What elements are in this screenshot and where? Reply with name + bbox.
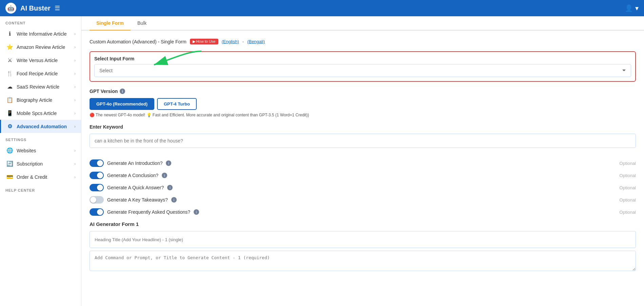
sidebar-item-write-versus[interactable]: ⚔ Write Versus Article › (0, 54, 81, 67)
tab-bulk[interactable]: Bulk (131, 16, 153, 31)
mobile-icon: 📱 (6, 110, 13, 116)
info-icon: ℹ (6, 31, 13, 37)
toggle-faq-info-icon[interactable]: i (194, 209, 199, 215)
toggle-intro[interactable] (90, 159, 104, 167)
toggle-intro-label: Generate An Introduction? (107, 160, 162, 166)
chevron-right-icon: › (74, 148, 76, 153)
page-title: Custom Automation (Advanced) - Single Fo… (90, 39, 187, 44)
sidebar-item-order-credit[interactable]: 💳 Order & Credit › (0, 170, 81, 184)
toggle-key-takeaways-info-icon[interactable]: i (171, 197, 177, 203)
toggle-quick-answer-label: Generate A Quick Answer? (107, 185, 164, 190)
toggle-row-intro: Generate An Introduction? i Optional (90, 159, 636, 167)
lang-separator: - (242, 39, 244, 44)
toggle-faq[interactable] (90, 208, 104, 216)
toggle-row-quick-answer: Generate A Quick Answer? i Optional (90, 184, 636, 191)
cloud-icon: ☁ (6, 83, 13, 90)
gpt-description: 🔴 The newest GPT-4o model! 💡 Fast and Ef… (90, 113, 636, 117)
sidebar-item-label: SaaS Review Article (17, 84, 59, 90)
logo-icon: 🤖 (5, 3, 16, 14)
video-badge[interactable]: ▶ How to Use (190, 39, 218, 44)
main-layout: CONTENT ℹ Write Informative Article › ⭐ … (0, 16, 644, 306)
sidebar-item-label: Food Recipe Article (17, 71, 58, 76)
lang-bengali-link[interactable]: (Bengali) (247, 39, 265, 44)
chevron-right-icon: › (74, 124, 76, 129)
subscription-icon: 🔄 (6, 160, 13, 167)
chevron-right-icon: › (74, 98, 76, 102)
sidebar-item-biography[interactable]: 📋 Biography Article › (0, 93, 81, 107)
gpt-version-info-icon[interactable]: i (120, 89, 125, 94)
toggle-intro-info-icon[interactable]: i (166, 160, 171, 166)
toggle-row-faq: Generate Frequently Asked Questions? i O… (90, 208, 636, 216)
chevron-right-icon: › (74, 71, 76, 76)
gpt4turbo-button[interactable]: GPT-4 Turbo (157, 98, 197, 110)
topnav-right: 👤 ▾ (625, 4, 639, 12)
sidebar-item-label: Write Versus Article (17, 58, 58, 63)
sidebar-item-write-informative[interactable]: ℹ Write Informative Article › (0, 27, 81, 40)
sidebar-item-label: Mobile Spcs Article (17, 111, 57, 116)
gpt4o-button[interactable]: GPT-4o (Recommended) (90, 98, 154, 110)
credit-icon: 💳 (6, 174, 13, 180)
chevron-right-icon: › (74, 58, 76, 63)
chevron-right-icon: › (74, 111, 76, 116)
toggle-conclusion-optional: Optional (620, 173, 636, 178)
sidebar-item-label: Order & Credit (17, 174, 47, 180)
lang-english-link[interactable]: (English) (222, 39, 239, 44)
content-section-label: CONTENT (0, 16, 81, 27)
form-area: Custom Automation (Advanced) - Single Fo… (81, 31, 644, 281)
websites-icon: 🌐 (6, 147, 13, 154)
sidebar-item-label: Subscription (17, 161, 43, 167)
app-name: AI Buster (20, 4, 51, 12)
star-icon: ⭐ (6, 44, 13, 50)
chevron-right-icon: › (74, 32, 76, 36)
content-area: Single Form Bulk Custom Automation (Adva… (81, 16, 644, 306)
gpt-version-label: GPT Version i (90, 89, 636, 94)
toggle-quick-answer-optional: Optional (620, 185, 636, 190)
select-input-dropdown[interactable]: Select (94, 64, 631, 77)
help-section-label: HELP CENTER (0, 184, 81, 194)
sidebar-item-saas-review[interactable]: ☁ SaaS Review Article › (0, 80, 81, 93)
user-icon[interactable]: 👤 ▾ (625, 4, 639, 12)
toggles-section: Generate An Introduction? i Optional Gen… (90, 159, 636, 216)
sidebar-item-subscription[interactable]: 🔄 Subscription › (0, 157, 81, 170)
settings-section-label: SETTINGS (0, 133, 81, 144)
ai-generator-heading-input[interactable] (90, 231, 636, 248)
sidebar-item-advanced-automation[interactable]: ⚙ Advanced Automation › (0, 120, 81, 133)
toggle-quick-answer-info-icon[interactable]: i (167, 185, 173, 190)
gpt-buttons: GPT-4o (Recommended) GPT-4 Turbo (90, 98, 636, 110)
sidebar-item-label: Advanced Automation (17, 124, 67, 129)
ai-generator-command-textarea[interactable] (90, 251, 636, 271)
toggle-conclusion-info-icon[interactable]: i (162, 173, 167, 178)
topnav: 🤖 AI Buster ☰ 👤 ▾ (0, 0, 644, 16)
toggle-faq-optional: Optional (620, 210, 636, 215)
topnav-left: 🤖 AI Buster ☰ (5, 3, 60, 14)
versus-icon: ⚔ (6, 57, 13, 63)
keyword-label: Enter Keyword (90, 124, 636, 130)
keyword-input[interactable] (90, 134, 636, 148)
sidebar-item-label: Amazon Review Article (17, 44, 65, 50)
toggle-quick-answer[interactable] (90, 184, 104, 191)
sidebar-item-websites[interactable]: 🌐 Websites › (0, 144, 81, 157)
chevron-right-icon: › (74, 161, 76, 166)
toggle-conclusion[interactable] (90, 172, 104, 179)
ai-generator-title: AI Generator Form 1 (90, 221, 636, 227)
sidebar-item-mobile-spcs[interactable]: 📱 Mobile Spcs Article › (0, 107, 81, 120)
toggle-conclusion-label: Generate A Conclusion? (107, 173, 158, 178)
toggle-key-takeaways[interactable] (90, 196, 104, 204)
hamburger-icon[interactable]: ☰ (55, 4, 60, 12)
sidebar: CONTENT ℹ Write Informative Article › ⭐ … (0, 16, 81, 306)
tab-bar: Single Form Bulk (81, 16, 644, 31)
chevron-right-icon: › (74, 175, 76, 179)
select-form-label: Select Input Form (94, 56, 631, 61)
food-icon: 🍴 (6, 70, 13, 77)
toggle-key-takeaways-optional: Optional (620, 197, 636, 203)
sidebar-item-food-recipe[interactable]: 🍴 Food Recipe Article › (0, 67, 81, 80)
sidebar-item-label: Websites (17, 148, 36, 153)
keyword-section: Enter Keyword (90, 124, 636, 154)
sidebar-item-label: Biography Article (17, 97, 52, 103)
tab-single-form[interactable]: Single Form (90, 16, 131, 31)
sidebar-item-amazon-review[interactable]: ⭐ Amazon Review Article › (0, 40, 81, 54)
sidebar-item-label: Write Informative Article (17, 31, 67, 37)
chevron-right-icon: › (74, 84, 76, 89)
automation-icon: ⚙ (6, 123, 13, 130)
gpt-version-section: GPT Version i GPT-4o (Recommended) GPT-4… (90, 89, 636, 117)
